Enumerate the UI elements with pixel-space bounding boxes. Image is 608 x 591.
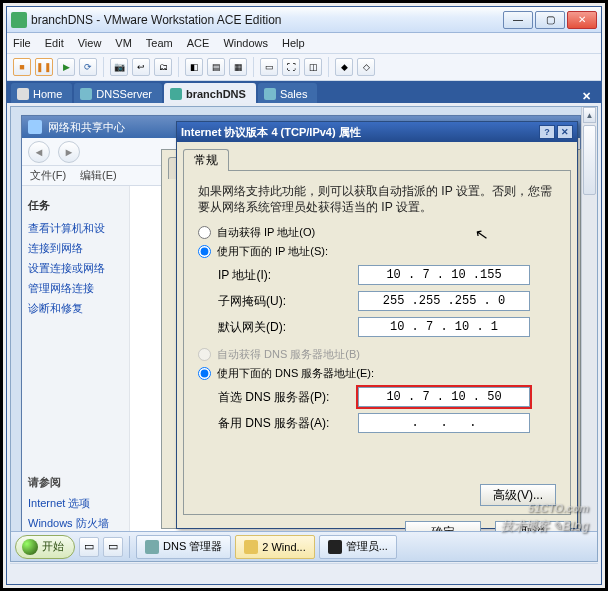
taskbar-app-explorer-label: 2 Wind... bbox=[262, 541, 305, 553]
vm-icon bbox=[264, 88, 276, 100]
menu-file[interactable]: File bbox=[13, 37, 31, 49]
vmware-app-icon bbox=[11, 12, 27, 28]
label-dns2: 备用 DNS 服务器(A): bbox=[218, 415, 358, 432]
unity-icon[interactable]: ◫ bbox=[304, 58, 322, 76]
input-dns-secondary[interactable] bbox=[358, 413, 530, 433]
folder-icon bbox=[244, 540, 258, 554]
menu-view[interactable]: View bbox=[78, 37, 102, 49]
ipv4-help-button[interactable]: ? bbox=[539, 125, 555, 139]
input-mask[interactable] bbox=[358, 291, 530, 311]
tab-close-icon[interactable]: ✕ bbox=[576, 90, 597, 103]
input-ip[interactable] bbox=[358, 265, 530, 285]
ipv4-titlebar: Internet 协议版本 4 (TCP/IPv4) 属性 ? ✕ bbox=[177, 122, 577, 142]
task-diagnose-repair[interactable]: 诊断和修复 bbox=[28, 301, 123, 315]
ipv4-close-button[interactable]: ✕ bbox=[557, 125, 573, 139]
advanced-button[interactable]: 高级(V)... bbox=[480, 484, 556, 506]
scroll-thumb[interactable] bbox=[583, 125, 596, 195]
sidebar-icon[interactable]: ◧ bbox=[185, 58, 203, 76]
ipv4-properties-dialog: Internet 协议版本 4 (TCP/IPv4) 属性 ? ✕ 常规 如果网… bbox=[176, 121, 578, 529]
label-mask: 子网掩码(U): bbox=[218, 293, 358, 310]
task-manage-connections[interactable]: 管理网络连接 bbox=[28, 281, 123, 295]
menu-team[interactable]: Team bbox=[146, 37, 173, 49]
ipv4-description: 如果网络支持此功能，则可以获取自动指派的 IP 设置。否则，您需要从网络系统管理… bbox=[198, 183, 556, 215]
tasks-pane: 任务 查看计算机和设 连接到网络 设置连接或网络 管理网络连接 诊断和修复 请参… bbox=[22, 186, 130, 562]
taskbar-app-dnsmgr[interactable]: DNS 管理器 bbox=[136, 535, 231, 559]
input-gateway[interactable] bbox=[358, 317, 530, 337]
tasks-heading: 任务 bbox=[28, 198, 123, 213]
dns-group: 首选 DNS 服务器(P): 备用 DNS 服务器(A): bbox=[198, 387, 556, 433]
dns-manager-icon bbox=[145, 540, 159, 554]
ace-icon[interactable]: ◆ bbox=[335, 58, 353, 76]
quicklaunch-item[interactable]: ▭ bbox=[79, 537, 99, 557]
input-dns-primary[interactable] bbox=[358, 387, 530, 407]
toolbar: ■ ❚❚ ▶ ⟳ 📷 ↩ 🗂 ◧ ▤ ▦ ▭ ⛶ ◫ ◆ ◇ bbox=[7, 53, 601, 81]
close-button[interactable]: ✕ bbox=[567, 11, 597, 29]
tab-sales[interactable]: Sales bbox=[258, 83, 318, 103]
minimize-button[interactable]: — bbox=[503, 11, 533, 29]
radio-auto-ip[interactable]: 自动获得 IP 地址(O) bbox=[198, 225, 556, 240]
windows-taskbar: 开始 ▭ ▭ DNS 管理器 2 Wind... 管理员... bbox=[11, 531, 597, 561]
menu-help[interactable]: Help bbox=[282, 37, 305, 49]
cmd-icon bbox=[328, 540, 342, 554]
radio-auto-dns-input bbox=[198, 348, 211, 361]
seealso-firewall[interactable]: Windows 防火墙 bbox=[28, 516, 123, 530]
radio-manual-dns-input[interactable] bbox=[198, 367, 211, 380]
vm-tabstrip: Home DNSServer branchDNS Sales ✕ bbox=[7, 81, 601, 103]
tab-home[interactable]: Home bbox=[11, 83, 72, 103]
tab-branchdns[interactable]: branchDNS bbox=[164, 83, 256, 103]
start-button[interactable]: 开始 bbox=[15, 535, 75, 559]
quickswitch-icon[interactable]: ▭ bbox=[260, 58, 278, 76]
console-icon[interactable]: ▤ bbox=[207, 58, 225, 76]
menu-vm[interactable]: VM bbox=[115, 37, 132, 49]
window-title: branchDNS - VMware Workstation ACE Editi… bbox=[31, 13, 282, 27]
vmware-statusbar bbox=[10, 563, 598, 581]
menu-windows[interactable]: Windows bbox=[223, 37, 268, 49]
power-off-icon[interactable]: ■ bbox=[13, 58, 31, 76]
task-connect-network[interactable]: 连接到网络 bbox=[28, 241, 123, 255]
snapshot-icon[interactable]: 📷 bbox=[110, 58, 128, 76]
task-view-computers[interactable]: 查看计算机和设 bbox=[28, 221, 123, 235]
tab-sales-label: Sales bbox=[280, 88, 308, 100]
ip-group: IP 地址(I): 子网掩码(U): 默认网关(D): bbox=[198, 265, 556, 337]
fullscreen-icon[interactable]: ⛶ bbox=[282, 58, 300, 76]
tab-dnsserver-label: DNSServer bbox=[96, 88, 152, 100]
radio-auto-ip-label: 自动获得 IP 地址(O) bbox=[217, 225, 315, 240]
label-dns1: 首选 DNS 服务器(P): bbox=[218, 389, 358, 406]
radio-manual-dns[interactable]: 使用下面的 DNS 服务器地址(E): bbox=[198, 366, 556, 381]
network-center-title: 网络和共享中心 bbox=[48, 120, 125, 135]
ipv4-tab-general[interactable]: 常规 bbox=[183, 149, 229, 171]
nav-fwd-icon[interactable]: ► bbox=[58, 141, 80, 163]
task-setup-connection[interactable]: 设置连接或网络 bbox=[28, 261, 123, 275]
menu-ace[interactable]: ACE bbox=[187, 37, 210, 49]
ipv4-title-text: Internet 协议版本 4 (TCP/IPv4) 属性 bbox=[181, 125, 361, 140]
power-on-icon[interactable]: ▶ bbox=[57, 58, 75, 76]
guest-vscrollbar[interactable]: ▲ ▼ bbox=[581, 107, 597, 561]
reset-icon[interactable]: ⟳ bbox=[79, 58, 97, 76]
radio-auto-ip-input[interactable] bbox=[198, 226, 211, 239]
seealso-heading: 请参阅 bbox=[28, 475, 123, 490]
menu-edit[interactable]: Edit bbox=[45, 37, 64, 49]
nav-back-icon[interactable]: ◄ bbox=[28, 141, 50, 163]
tab-branchdns-label: branchDNS bbox=[186, 88, 246, 100]
quicklaunch-item[interactable]: ▭ bbox=[103, 537, 123, 557]
seealso-internet-options[interactable]: Internet 选项 bbox=[28, 496, 123, 510]
tab-home-label: Home bbox=[33, 88, 62, 100]
summary-icon[interactable]: ▦ bbox=[229, 58, 247, 76]
radio-manual-ip[interactable]: 使用下面的 IP 地址(S): bbox=[198, 244, 556, 259]
snapshot-manager-icon[interactable]: 🗂 bbox=[154, 58, 172, 76]
radio-auto-dns-label: 自动获得 DNS 服务器地址(B) bbox=[217, 347, 360, 362]
nc-menu-file[interactable]: 文件(F) bbox=[30, 168, 66, 183]
ace-wiz-icon[interactable]: ◇ bbox=[357, 58, 375, 76]
taskbar-app-cmd[interactable]: 管理员... bbox=[319, 535, 397, 559]
maximize-button[interactable]: ▢ bbox=[535, 11, 565, 29]
tab-dnsserver[interactable]: DNSServer bbox=[74, 83, 162, 103]
label-ip: IP 地址(I): bbox=[218, 267, 358, 284]
taskbar-app-explorer[interactable]: 2 Wind... bbox=[235, 535, 314, 559]
suspend-icon[interactable]: ❚❚ bbox=[35, 58, 53, 76]
radio-manual-ip-input[interactable] bbox=[198, 245, 211, 258]
nc-menu-edit[interactable]: 编辑(E) bbox=[80, 168, 117, 183]
revert-icon[interactable]: ↩ bbox=[132, 58, 150, 76]
taskbar-app-cmd-label: 管理员... bbox=[346, 539, 388, 554]
scroll-up-icon[interactable]: ▲ bbox=[583, 107, 596, 123]
start-orb-icon bbox=[22, 539, 38, 555]
